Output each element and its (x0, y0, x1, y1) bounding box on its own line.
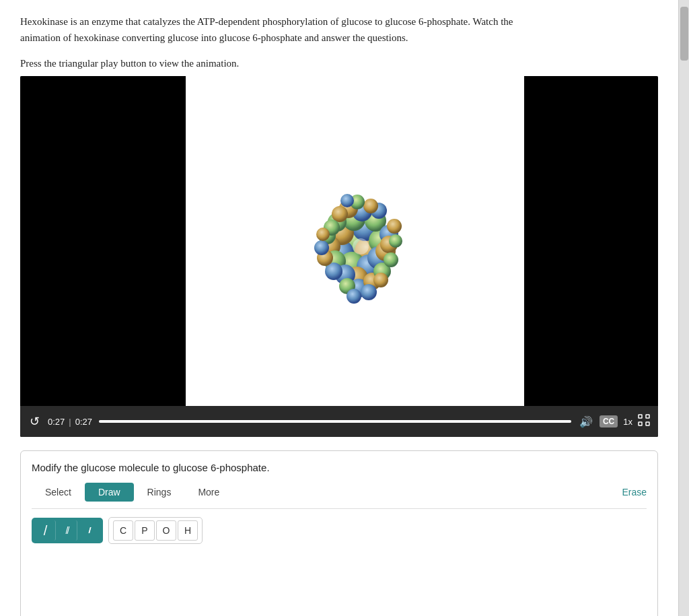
volume-button[interactable]: 🔊 (578, 414, 594, 430)
current-time: 0:27 (48, 417, 65, 427)
total-time: 0:27 (75, 417, 92, 427)
replay-button[interactable]: ↺ (28, 413, 41, 430)
editor-toolbar: Select Draw Rings More Erase (32, 483, 647, 509)
editor-title: Modify the glucose molecule to glucose 6… (32, 462, 647, 473)
svg-rect-46 (646, 422, 649, 425)
svg-point-40 (314, 240, 329, 255)
svg-point-31 (347, 289, 361, 304)
scrollbar-thumb[interactable] (680, 7, 688, 61)
speed-button[interactable]: 1x (623, 417, 632, 427)
triple-bond-icon: /// (88, 526, 89, 535)
svg-point-29 (373, 273, 388, 287)
svg-rect-44 (646, 415, 649, 418)
svg-point-38 (387, 219, 402, 234)
video-right-panel (524, 76, 658, 406)
svg-point-28 (361, 284, 377, 300)
triple-bond-button[interactable]: /// (79, 520, 99, 541)
fullscreen-icon (638, 417, 650, 428)
double-bond-button[interactable]: // (57, 520, 77, 541)
atom-group: C P O H (108, 517, 203, 544)
drawing-canvas[interactable] (32, 549, 647, 616)
controls-right: 🔊 CC 1x (578, 414, 650, 430)
tab-draw[interactable]: Draw (85, 483, 134, 502)
svg-rect-45 (639, 422, 642, 425)
tab-rings[interactable]: Rings (134, 483, 185, 502)
svg-rect-43 (639, 415, 642, 418)
svg-point-32 (332, 206, 348, 222)
volume-icon: 🔊 (579, 415, 593, 428)
bond-group: / // /// (32, 518, 103, 543)
video-controls-bar: ↺ 0:27 | 0:27 🔊 CC 1x (20, 406, 658, 437)
single-bond-icon: / (44, 523, 48, 539)
video-display (20, 76, 658, 406)
video-center-panel (186, 76, 523, 406)
atom-c-button[interactable]: C (113, 520, 133, 541)
svg-point-37 (340, 194, 354, 207)
svg-point-35 (363, 199, 378, 213)
video-instruction: Press the triangular play button to view… (20, 58, 658, 69)
tab-select[interactable]: Select (32, 483, 85, 502)
svg-point-39 (389, 234, 402, 248)
time-separator: | (69, 417, 71, 427)
single-bond-button[interactable]: / (36, 520, 56, 541)
svg-point-41 (316, 228, 330, 241)
svg-point-30 (384, 252, 398, 267)
description-text: Hexokinase is an enzyme that catalyzes t… (20, 13, 658, 46)
cc-button[interactable]: CC (600, 415, 618, 427)
atom-p-button[interactable]: P (135, 520, 155, 541)
tab-erase[interactable]: Erase (622, 487, 647, 498)
replay-icon: ↺ (30, 414, 40, 429)
atom-h-button[interactable]: H (178, 520, 198, 541)
atom-o-button[interactable]: O (156, 520, 176, 541)
svg-point-42 (353, 238, 369, 254)
scrollbar[interactable] (678, 0, 689, 616)
enzyme-image (281, 147, 429, 335)
video-left-panel (20, 76, 186, 406)
fullscreen-button[interactable] (638, 414, 650, 429)
draw-tools: / // /// C P O H (32, 517, 647, 544)
progress-bar[interactable] (99, 420, 571, 423)
double-bond-icon: // (66, 525, 69, 536)
progress-bar-fill (99, 420, 571, 423)
molecule-editor: Modify the glucose molecule to glucose 6… (20, 450, 658, 616)
video-container: ↺ 0:27 | 0:27 🔊 CC 1x (20, 76, 658, 437)
time-display: 0:27 | 0:27 (48, 417, 92, 427)
tab-more[interactable]: More (184, 483, 233, 502)
